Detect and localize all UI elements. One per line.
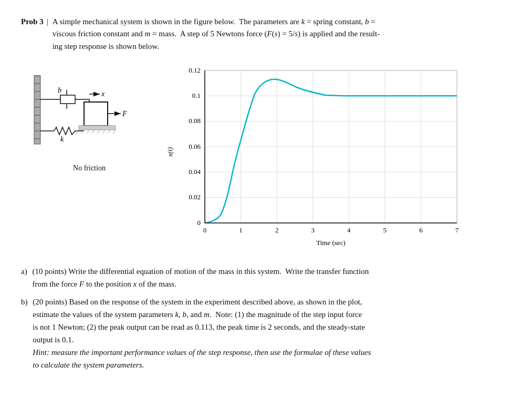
figure-section: b x F k xyxy=(21,60,511,255)
svg-text:b: b xyxy=(58,86,61,94)
svg-text:0: 0 xyxy=(203,226,207,234)
svg-text:0.06: 0.06 xyxy=(189,142,201,150)
svg-line-25 xyxy=(76,130,79,134)
svg-text:3: 3 xyxy=(311,226,315,234)
svg-rect-11 xyxy=(60,95,75,104)
svg-text:4: 4 xyxy=(347,226,351,234)
svg-line-29 xyxy=(97,130,100,134)
part-a-text2: from the force F to the position x of th… xyxy=(32,280,176,288)
part-a-content: (10 points) Write the differential equat… xyxy=(32,265,511,290)
intro-line1: A simple mechanical system is shown in t… xyxy=(53,17,375,26)
part-b-content: (20 points) Based on the response of the… xyxy=(33,296,511,371)
part-b-text: Based on the response of the system in t… xyxy=(69,298,362,306)
part-a-points: (10 points) xyxy=(32,267,68,276)
svg-rect-18 xyxy=(84,102,108,126)
problem-number: Prob 3 xyxy=(21,16,44,28)
svg-line-31 xyxy=(108,130,110,134)
svg-text:0.02: 0.02 xyxy=(189,193,201,201)
svg-text:F: F xyxy=(122,110,127,118)
part-b-points: (20 points) xyxy=(33,298,69,306)
svg-rect-0 xyxy=(34,76,40,144)
svg-text:7: 7 xyxy=(455,226,459,234)
part-b-label: b) xyxy=(21,296,29,308)
svg-text:0.12: 0.12 xyxy=(189,66,201,74)
problem-header: Prob 3 | A simple mechanical system is s… xyxy=(21,16,511,53)
svg-text:x: x xyxy=(101,90,105,98)
svg-text:2: 2 xyxy=(275,226,279,234)
part-a: a) (10 points) Write the differential eq… xyxy=(21,265,511,290)
svg-text:0.04: 0.04 xyxy=(189,168,201,176)
intro-line3: ing step response is shown below. xyxy=(53,42,159,50)
part-a-label: a) xyxy=(21,265,29,278)
no-friction-label: No friction xyxy=(73,164,106,172)
problem-text: A simple mechanical system is shown in t… xyxy=(53,16,511,53)
part-a-text: Write the differential equation of motio… xyxy=(68,267,369,276)
mechanical-diagram: b x F k xyxy=(21,65,158,172)
svg-text:Time (sec): Time (sec) xyxy=(316,239,346,247)
svg-text:5: 5 xyxy=(383,226,387,234)
svg-line-30 xyxy=(102,130,105,134)
part-b-text4: output is 0.1. xyxy=(33,335,74,344)
part-a-section: a) (10 points) Write the differential eq… xyxy=(21,265,511,371)
svg-rect-24 xyxy=(79,126,116,130)
part-b-text3: is not 1 Newton; (2) the peak output can… xyxy=(33,323,365,331)
separator: | xyxy=(47,16,48,28)
svg-text:6: 6 xyxy=(419,226,423,234)
svg-text:x(t): x(t) xyxy=(166,147,174,157)
svg-text:k: k xyxy=(60,135,64,143)
svg-text:0.08: 0.08 xyxy=(189,117,201,125)
part-b: b) (20 points) Based on the response of … xyxy=(21,296,511,371)
part-b-text2: estimate the values of the system parame… xyxy=(33,310,362,319)
chart-svg: 0.12 0.1 0.08 0.06 0.04 0.02 0 0 1 2 3 4… xyxy=(163,60,467,255)
diagram-svg: b x F k xyxy=(29,65,150,162)
svg-line-28 xyxy=(92,130,95,134)
svg-line-27 xyxy=(87,130,89,134)
svg-line-32 xyxy=(113,130,116,134)
svg-line-26 xyxy=(81,130,84,134)
svg-text:0.1: 0.1 xyxy=(192,91,201,99)
part-b-hint2: to calculate the system parameters. xyxy=(33,361,144,369)
intro-line2: viscous friction constant and m = mass. … xyxy=(53,29,380,38)
svg-text:0: 0 xyxy=(197,219,201,227)
chart-area: 0.12 0.1 0.08 0.06 0.04 0.02 0 0 1 2 3 4… xyxy=(163,60,511,255)
part-b-hint: Hint: measure the important performance … xyxy=(33,348,371,357)
mechanical-system-svg: b x F k xyxy=(29,65,150,160)
svg-text:1: 1 xyxy=(239,226,243,234)
